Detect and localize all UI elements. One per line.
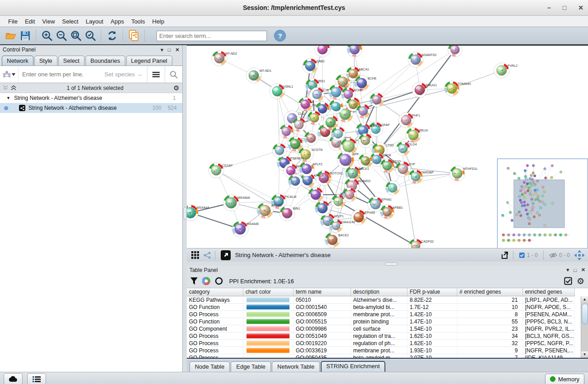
network-node[interactable]: MS4A4E xyxy=(232,221,259,237)
network-node[interactable]: APBB1 xyxy=(380,205,403,219)
network-node[interactable] xyxy=(315,46,330,57)
double-chevron-up-icon[interactable] xyxy=(11,85,17,90)
network-node[interactable]: PVRL2 xyxy=(494,63,517,78)
save-session-button[interactable] xyxy=(18,29,33,42)
zoom-in-button[interactable] xyxy=(40,29,54,42)
menu-tools[interactable]: Tools xyxy=(128,17,148,26)
zoom-out-button[interactable] xyxy=(54,29,69,42)
tab-network-table[interactable]: Network Table xyxy=(272,361,320,372)
network-node[interactable]: MTHFD1L xyxy=(450,166,478,181)
filter-icon[interactable] xyxy=(190,277,198,285)
table-scrollbar[interactable]: ▲ ▼ xyxy=(581,296,588,358)
help-button[interactable]: ? xyxy=(274,30,286,42)
panel-collapse-icon[interactable]: ▾ xyxy=(161,47,163,53)
network-node[interactable]: VSNL1 xyxy=(270,84,293,99)
menu-file[interactable]: File xyxy=(5,17,21,26)
search-input[interactable] xyxy=(156,31,267,41)
network-node[interactable]: GAB2 xyxy=(303,58,325,74)
table-row[interactable]: GO ComponentGO:0009986cell surface1.54E-… xyxy=(187,325,588,332)
zoom-selected-button[interactable] xyxy=(83,29,98,42)
share-view-button[interactable] xyxy=(201,250,213,261)
table-row[interactable]: KEGG Pathways05010Alzheimer's dise...8.8… xyxy=(187,296,588,304)
tree-expand-icon[interactable]: ▼ xyxy=(6,96,10,100)
column-header-chart-color[interactable]: chart color xyxy=(243,288,294,296)
network-node[interactable]: ABCA7 xyxy=(257,202,282,219)
column-header-FDR-p-value[interactable]: FDR p-value xyxy=(408,288,457,296)
panel-float-icon[interactable]: □ xyxy=(168,47,171,52)
network-node[interactable] xyxy=(292,117,306,132)
network-node[interactable] xyxy=(358,154,373,168)
network-node[interactable] xyxy=(307,111,322,125)
scrollbar-thumb[interactable] xyxy=(582,304,588,324)
tab-string-enrichment[interactable]: STRING Enrichment xyxy=(321,361,385,372)
set-species-hint[interactable]: Set species → xyxy=(104,71,147,78)
splitter-grip[interactable] xyxy=(183,207,187,220)
column-header-enriched-genes[interactable]: enriched genes xyxy=(523,288,575,296)
network-node[interactable]: KIAA1149 xyxy=(329,219,355,233)
network-node[interactable] xyxy=(272,143,287,158)
network-node[interactable] xyxy=(298,97,313,112)
string-term-input[interactable] xyxy=(19,70,104,78)
tab-legend-panel[interactable]: Legend Panel xyxy=(126,56,172,66)
network-node[interactable] xyxy=(329,99,343,114)
column-header-category[interactable]: category xyxy=(187,288,243,296)
zoom-fit-button[interactable] xyxy=(69,29,83,42)
minimize-button[interactable]: – xyxy=(547,5,551,11)
gear-icon[interactable]: ⚙ xyxy=(173,84,179,91)
ring-chart-icon[interactable] xyxy=(215,277,223,285)
network-node[interactable] xyxy=(342,187,357,202)
open-file-button[interactable] xyxy=(4,29,18,42)
network-node[interactable]: ADAMTS2 xyxy=(408,52,436,67)
grid-view-button[interactable] xyxy=(190,250,201,261)
tab-select[interactable]: Select xyxy=(58,56,85,66)
menu-apps[interactable]: Apps xyxy=(107,17,128,26)
network-node[interactable]: TOMM40 xyxy=(444,81,471,96)
panel-close-icon[interactable]: ✕ xyxy=(581,267,585,273)
refresh-button[interactable] xyxy=(105,29,119,42)
network-node[interactable]: SMUG1 xyxy=(412,82,437,98)
network-collection-row[interactable]: ▼ String Network - Alzheimer's disease 1 xyxy=(0,93,182,103)
table-row[interactable]: GO ProcessGO:0050435beta-amyloid m...2.0… xyxy=(187,354,588,358)
network-node[interactable]: BIN1 xyxy=(280,206,300,221)
network-node[interactable]: MT-ND1 xyxy=(246,68,271,83)
memory-button[interactable]: Memory xyxy=(545,374,584,384)
horizontal-splitter[interactable] xyxy=(187,262,588,266)
network-node[interactable]: IL1B xyxy=(310,87,329,102)
menu-help[interactable]: Help xyxy=(149,17,168,26)
select-all-checkbox-icon[interactable] xyxy=(564,277,572,285)
tab-node-table[interactable]: Node Table xyxy=(190,361,230,372)
table-row[interactable]: GO FunctionGO:0005515protein binding1.47… xyxy=(187,318,588,325)
tab-style[interactable]: Style xyxy=(34,56,57,66)
menu-layout[interactable]: Layout xyxy=(82,17,107,26)
network-node[interactable] xyxy=(448,46,462,57)
network-node[interactable]: MS4A4A xyxy=(187,205,209,221)
network-node[interactable]: APP xyxy=(337,151,359,169)
string-search-button[interactable] xyxy=(165,66,182,83)
network-node[interactable]: DLG4 xyxy=(396,141,417,156)
table-row[interactable]: GO ProcessGO:0019220regulation of ph...1… xyxy=(187,340,588,347)
column-header--enriched-genes[interactable]: # enriched genes xyxy=(457,288,523,296)
network-node[interactable]: MS4A6A xyxy=(223,195,250,211)
table-row[interactable]: GO FunctionGO:0001540beta-amyloid bi...1… xyxy=(187,304,588,311)
export-network-button[interactable] xyxy=(499,250,511,261)
table-row[interactable]: GO ProcessGO:0051049regulation of tra...… xyxy=(187,332,588,340)
network-node[interactable]: MT-ND2 xyxy=(212,51,237,66)
cloud-tasks-button[interactable] xyxy=(4,373,23,384)
menu-view[interactable]: View xyxy=(38,17,58,26)
network-node[interactable]: CD2AP xyxy=(209,163,233,178)
network-row[interactable]: String Network - Alzheimer's disease 100… xyxy=(0,103,182,113)
network-node[interactable] xyxy=(288,174,303,188)
scroll-down-button[interactable]: ▼ xyxy=(581,351,588,358)
task-history-button[interactable] xyxy=(27,373,46,384)
network-node[interactable] xyxy=(385,181,400,195)
table-row[interactable]: GO ProcessGO:0006509membrane prot...1.42… xyxy=(187,311,588,318)
network-node[interactable] xyxy=(331,126,346,141)
network-node[interactable]: RELN xyxy=(406,127,428,143)
network-node[interactable] xyxy=(356,104,370,118)
chart-color-icon[interactable] xyxy=(202,277,210,285)
vertical-splitter[interactable] xyxy=(183,45,187,372)
tab-edge-table[interactable]: Edge Table xyxy=(231,361,271,372)
tab-network[interactable]: Network xyxy=(2,56,33,66)
column-header-term-name[interactable]: term name xyxy=(294,288,351,296)
menu-edit[interactable]: Edit xyxy=(21,17,38,26)
